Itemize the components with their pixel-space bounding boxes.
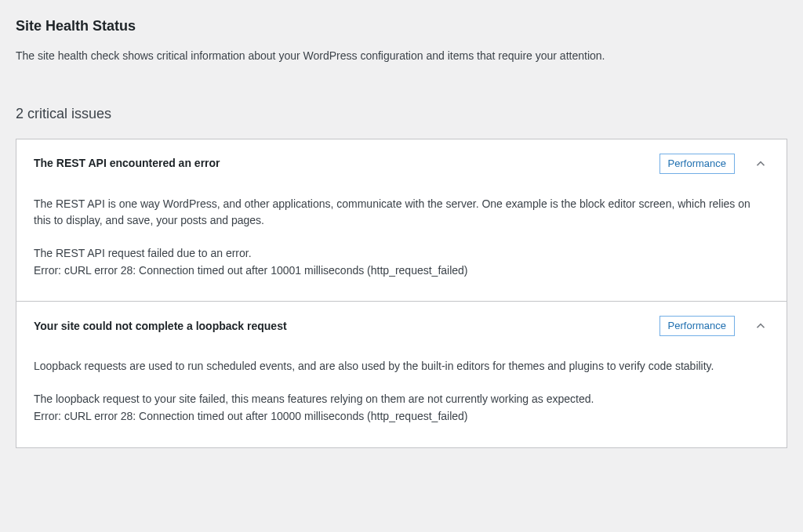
performance-badge: Performance: [659, 316, 735, 336]
issue-error-line2: Error: cURL error 28: Connection timed o…: [34, 407, 769, 425]
issue-description: Loopback requests are used to run schedu…: [34, 358, 769, 375]
issue-rest-api: The REST API encountered an error Perfor…: [16, 139, 787, 302]
issue-header-loopback[interactable]: Your site could not complete a loopback …: [16, 302, 787, 350]
issues-container: The REST API encountered an error Perfor…: [16, 139, 787, 448]
chevron-up-icon: [752, 155, 769, 172]
issue-error-line1: The loopback request to your site failed…: [34, 390, 769, 407]
issue-header-rest-api[interactable]: The REST API encountered an error Perfor…: [16, 139, 787, 188]
chevron-up-icon: [752, 317, 769, 335]
issue-description: The REST API is one way WordPress, and o…: [34, 196, 769, 229]
issue-error-block: The REST API request failed due to an er…: [34, 244, 769, 280]
page-title: Site Health Status: [16, 16, 787, 37]
issue-title: Your site could not complete a loopback …: [34, 318, 659, 335]
issue-loopback: Your site could not complete a loopback …: [16, 302, 787, 447]
issue-error-block: The loopback request to your site failed…: [34, 390, 769, 425]
issue-error-line2: Error: cURL error 28: Connection timed o…: [34, 262, 769, 279]
critical-issues-heading: 2 critical issues: [16, 103, 787, 125]
issue-header-right: Performance: [659, 154, 769, 174]
issue-error-line1: The REST API request failed due to an er…: [34, 244, 769, 262]
issue-body: Loopback requests are used to run schedu…: [16, 350, 787, 447]
issue-header-right: Performance: [659, 316, 769, 336]
performance-badge: Performance: [659, 154, 735, 174]
page-description: The site health check shows critical inf…: [16, 48, 787, 64]
issue-title: The REST API encountered an error: [34, 155, 659, 172]
issue-body: The REST API is one way WordPress, and o…: [16, 188, 787, 302]
